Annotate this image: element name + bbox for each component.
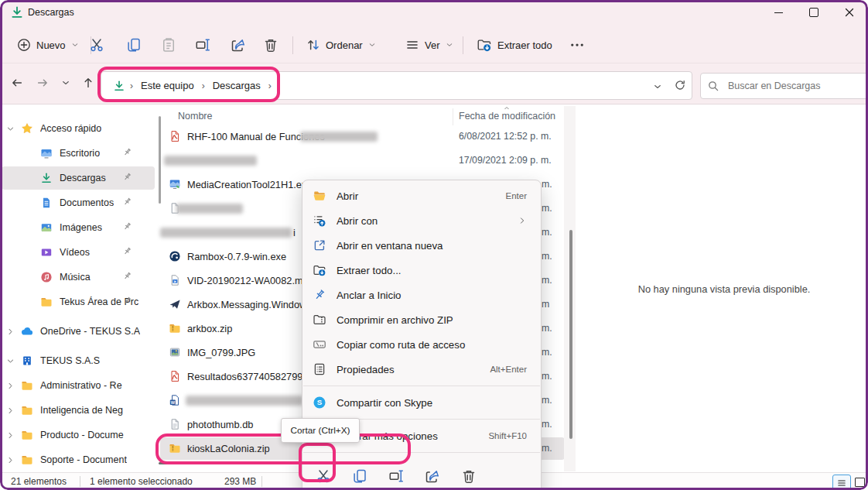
file-date-fragment: m. — [542, 365, 552, 389]
sidebar-item-soporte-document[interactable]: Soporte - Document — [0, 447, 164, 472]
search-input[interactable] — [726, 80, 853, 92]
column-header-date[interactable]: Fecha de modificación — [459, 111, 555, 122]
rename-button[interactable] — [381, 463, 411, 489]
extract-all-button[interactable]: Extraer todo — [472, 31, 557, 59]
redacted-blur — [160, 228, 292, 238]
refresh-icon[interactable] — [674, 79, 686, 91]
new-button[interactable]: Nuevo — [12, 31, 84, 59]
chevron-down-icon[interactable] — [6, 125, 15, 133]
menu-item-abrir-con[interactable]: Abrir con — [306, 208, 538, 233]
sidebar-item-administrativo-re[interactable]: Administrativo - Re — [0, 373, 164, 398]
sidebar-item-im-genes[interactable]: Imágenes — [0, 215, 164, 240]
up-icon[interactable] — [82, 77, 94, 89]
chevron-down-icon — [368, 41, 376, 49]
pdf-icon — [169, 130, 181, 142]
menu-item-comprimir-en-archivo-zip[interactable]: Comprimir en archivo ZIP — [306, 307, 538, 332]
menu-item-shortcut: Enter — [506, 191, 528, 200]
sidebar-item-label: Soporte - Document — [40, 454, 127, 465]
view-button[interactable]: Ver — [401, 31, 458, 59]
videos-icon — [40, 246, 53, 259]
close-button[interactable] — [832, 0, 867, 25]
sidebar-item-documentos[interactable]: Documentos — [0, 190, 164, 215]
menu-item-propiedades[interactable]: PropiedadesAlt+Enter — [306, 357, 538, 382]
sidebar-item-v-deos[interactable]: Vídeos — [0, 240, 164, 265]
zip-icon — [169, 322, 181, 334]
rambox-icon — [169, 250, 181, 262]
sidebar-item-tekus-s-a-s[interactable]: TEKUS S.A.S — [0, 348, 164, 373]
chevron-right-icon[interactable] — [6, 406, 15, 415]
sidebar-item-tekus-rea-de-prc[interactable]: Tekus Área de Prc — [0, 290, 164, 314]
sidebar-item-descargas[interactable]: Descargas — [0, 166, 164, 190]
share-icon[interactable] — [231, 37, 246, 53]
download-icon — [40, 172, 53, 184]
sidebar-item-label: Escritorio — [60, 148, 100, 159]
recent-locations-chevron-icon[interactable] — [61, 77, 70, 89]
sidebar-item-onedrive-tekus-s-a[interactable]: OneDrive - TEKUS S.A — [0, 319, 164, 344]
minimize-button[interactable] — [760, 0, 796, 25]
redacted-blur — [164, 156, 257, 166]
chevron-down-icon[interactable] — [6, 357, 15, 365]
chevron-right-icon[interactable] — [6, 382, 15, 390]
sidebar-item-escritorio[interactable]: Escritorio — [0, 141, 164, 166]
file-row-redacted-2[interactable]: 17/09/2021 2:09 p. m. — [160, 149, 565, 173]
menu-item-compartir-con-skype[interactable]: SCompartir con Skype — [306, 390, 538, 415]
svg-text:S: S — [317, 398, 323, 406]
sidebar-item-label: Inteligencia de Neg — [40, 405, 123, 416]
file-row-rhf-100-manual-de-funciones[interactable]: RHF-100 Manual de Funciones6/08/2021 12:… — [160, 125, 565, 149]
pin-icon — [122, 221, 132, 231]
new-window-icon — [313, 238, 326, 252]
address-dropdown-chevron-icon[interactable] — [653, 81, 662, 93]
file-date-fragment: m. — [542, 389, 552, 413]
maximize-button[interactable] — [796, 0, 832, 25]
sidebar-item-label: Producto - Docume — [40, 430, 124, 440]
properties-icon — [313, 362, 326, 376]
view-button-label: Ver — [425, 39, 440, 51]
menu-item-abrir-en-ventana-nueva[interactable]: Abrir en ventana nueva — [306, 233, 538, 258]
sidebar-item-producto-docume[interactable]: Producto - Docume — [0, 423, 164, 447]
details-view-toggle[interactable] — [832, 475, 851, 490]
paste-icon[interactable] — [161, 37, 176, 53]
share-button[interactable] — [418, 463, 447, 489]
sort-button[interactable]: Ordenar — [302, 31, 381, 59]
file-name: Arkbox.Messaging.Windows.e — [187, 293, 320, 317]
sidebar-item-inteligencia-de-neg[interactable]: Inteligencia de Neg — [0, 398, 164, 423]
menu-item-label: Abrir con — [337, 215, 378, 227]
plane-icon — [169, 298, 181, 310]
menu-item-label: Abrir — [337, 190, 358, 202]
menu-item-abrir[interactable]: AbrirEnter — [306, 183, 538, 208]
extract-button-label: Extraer todo — [497, 39, 552, 51]
sidebar-item-m-sica[interactable]: Música — [0, 265, 164, 290]
file-explorer-window: Descargas Nuevo Ordenar Ver — [0, 0, 868, 490]
copy-icon[interactable] — [126, 37, 142, 53]
column-header-name[interactable]: Nombre — [178, 111, 212, 122]
file-name: VID-20190212-WA0082.mp4 — [187, 269, 314, 293]
db-icon — [169, 418, 181, 430]
file-date-fragment: m. — [542, 197, 552, 221]
delete-icon[interactable] — [263, 37, 279, 53]
file-name: MediaCreationTool21H1.exe — [187, 173, 312, 197]
menu-item-extraer-todo[interactable]: Extraer todo... — [306, 258, 538, 283]
folder-icon — [21, 379, 33, 392]
selection-size: 293 MB — [224, 473, 256, 490]
menu-item-copiar-como-ruta-de-acceso[interactable]: Copiar como ruta de acceso — [306, 332, 538, 357]
command-toolbar: Nuevo Ordenar Ver Extraer todo — [0, 28, 868, 63]
menu-item-anclar-a-inicio[interactable]: Anclar a Inicio — [306, 283, 538, 307]
annotation-cut-icon-highlight — [299, 443, 336, 482]
folder-open-icon — [313, 189, 326, 203]
column-divider — [453, 108, 453, 125]
search-box[interactable] — [700, 73, 868, 99]
sidebar-item-acceso-r-pido[interactable]: Acceso rápido — [0, 116, 164, 141]
cut-icon[interactable] — [89, 37, 104, 53]
rename-icon[interactable] — [195, 37, 210, 53]
chevron-right-icon[interactable] — [6, 327, 15, 336]
delete-button[interactable] — [454, 463, 484, 489]
back-icon[interactable] — [11, 77, 23, 89]
more-options-icon[interactable] — [569, 37, 585, 53]
copy-button[interactable] — [345, 463, 374, 489]
file-list-vertical-scrollbar[interactable] — [569, 230, 572, 439]
chevron-right-icon[interactable] — [6, 456, 15, 464]
file-date-fragment: m. — [542, 245, 552, 269]
large-icons-view-toggle[interactable] — [851, 475, 868, 489]
forward-icon[interactable] — [36, 77, 49, 89]
chevron-right-icon[interactable] — [6, 431, 15, 440]
